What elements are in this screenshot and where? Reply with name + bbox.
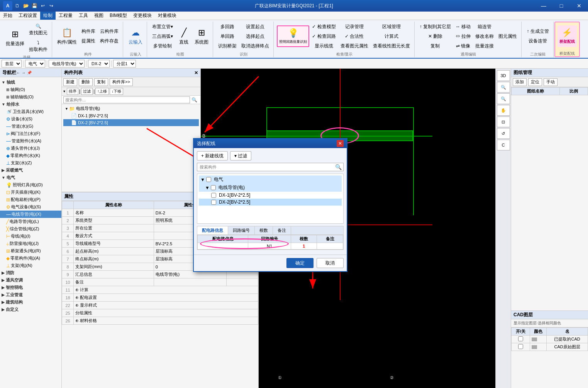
dialog-close-btn[interactable]: ✕ [337, 140, 344, 147]
btn-zone-mgmt[interactable]: 区域管理 [371, 22, 412, 31]
menu-tools[interactable]: 工具 [76, 12, 91, 20]
btn-set-start[interactable]: 设置起点 [239, 22, 271, 31]
btn-cloud-lib[interactable]: 云构件库 [98, 27, 120, 36]
right-tool-rotate[interactable]: ↺ [497, 128, 510, 139]
sidebar-item-equip-water[interactable]: ⚙设备(水)(S) [0, 115, 61, 123]
sidebar-item-valve[interactable]: ⊳阀门法兰(水)(F) [0, 130, 61, 137]
btn-select-start[interactable]: 选择起点 [239, 32, 271, 41]
sidebar-item-grounding[interactable]: ⏚防雷接地(电)(J) [0, 240, 61, 247]
btn-legality[interactable]: ✓ 合法性 [339, 32, 370, 41]
qa-undo[interactable]: ↩ [39, 2, 46, 9]
btn-multi-pipe[interactable]: 多管绘制 [150, 42, 175, 51]
btn-pick-attr[interactable]: 提属性 [80, 37, 97, 46]
qa-new[interactable]: 🗋 [14, 2, 21, 9]
dialog-data-num[interactable]: N1 [248, 243, 291, 250]
btn-sort[interactable]: 排序 [67, 88, 78, 95]
component-type-select[interactable]: 电线导管(电) [49, 60, 85, 67]
btn-component-lib[interactable]: 构件库 [80, 27, 97, 36]
sidebar-item-circuit-conduit[interactable]: ╱电路导管(电)(L) [0, 218, 61, 225]
btn-batch-select[interactable]: ⊞ 批量选择 [4, 27, 26, 49]
sidebar-item-misc-water[interactable]: ◆零星构件(水)(K) [0, 152, 61, 159]
btn-delete[interactable]: ✕ 删除 [418, 32, 453, 41]
sidebar-item-support-water[interactable]: ⊥支架(水)(Z) [0, 159, 61, 167]
dialog-data-note[interactable] [317, 243, 343, 250]
btn-mirror[interactable]: ⇌ 镜像 [454, 42, 473, 51]
sidebar-item-integrated[interactable]: ╳综合管线(电)(Z) [0, 225, 61, 233]
sidebar-section-electrical[interactable]: ▼电气 [0, 174, 61, 181]
btn-batch-connect[interactable]: 批量连接 [473, 42, 496, 51]
cad-layer-check-1[interactable] [518, 336, 523, 341]
sidebar-section-axis[interactable]: ▼轴线 [0, 79, 61, 86]
sidebar-item-sanitary[interactable]: 🚿卫生器具(水)(W) [0, 108, 61, 115]
btn-calc-formula[interactable]: 计算式 [371, 32, 412, 41]
btn-rename[interactable]: 修改名称 [473, 32, 496, 41]
sidebar-section-hvac2[interactable]: ▶通风空调 [0, 277, 61, 284]
menu-change[interactable]: 变更模块 [130, 12, 155, 20]
btn-copy[interactable]: 复制 [418, 42, 453, 51]
cad-layer-check-2[interactable] [518, 344, 523, 349]
right-tool-c[interactable]: C [497, 140, 510, 150]
btn-move-down[interactable]: ↓下移 [110, 88, 123, 95]
btn-pick-component[interactable]: ⤵ 拾取构件 [27, 38, 49, 54]
sidebar-item-misc-elec[interactable]: ◆零星构件(电)(A) [0, 255, 61, 262]
menu-compare[interactable]: 对量模块 [155, 12, 180, 20]
comp-category-wire-conduit[interactable]: ▼ 📁 电线导管(电) [63, 105, 199, 112]
prop-name-18[interactable]: ⊕ 配电设置 [74, 294, 258, 302]
prop-name-26[interactable]: ⊕ 材料价格 [74, 317, 258, 325]
prop-name-25[interactable]: 分组属性 [74, 309, 258, 317]
btn-cancel-end[interactable]: 取消选择终点 [239, 42, 271, 51]
menu-bim[interactable]: BIM模型 [107, 12, 130, 20]
btn-check-model[interactable]: ✓ 检查模型 [310, 22, 337, 31]
btn-manual-drawing[interactable]: 手动 [544, 78, 557, 86]
sidebar-pin[interactable]: 📌 [27, 71, 32, 75]
component-panel-close[interactable]: ✕ [194, 70, 198, 76]
btn-show-cable[interactable]: 显示线缆 [310, 42, 337, 51]
btn-add-drawing[interactable]: 添加 [513, 78, 527, 86]
right-tool-zoom-out[interactable]: 🔍 [497, 93, 510, 104]
btn-save-component[interactable]: 构件存盘 [98, 37, 120, 46]
btn-move[interactable]: ↔ 移动 [454, 22, 473, 31]
dialog-search-input[interactable] [197, 164, 334, 170]
btn-identify-tray[interactable]: 识别桥架 [216, 42, 239, 51]
level-select[interactable]: 分层1 [113, 60, 136, 67]
sidebar-section-industrial[interactable]: ▶工业管道 [0, 291, 61, 299]
qa-redo[interactable]: ↪ [48, 2, 55, 9]
btn-cloud-input[interactable]: ☁ 云输入 [127, 25, 144, 47]
sidebar-item-wire-conduit[interactable]: —电线导管(电)(X) [0, 211, 61, 218]
sidebar-item-connector[interactable]: ⊕通头管件(水)(J) [0, 145, 61, 152]
sidebar-nav-next[interactable]: → [22, 71, 25, 75]
right-tool-zoom-in[interactable]: 🔍 [497, 82, 510, 93]
dialog-check-dx2[interactable] [211, 200, 216, 205]
component-id-select[interactable]: DX-2 [88, 60, 110, 67]
btn-pipe-connect[interactable]: 箱连管 [473, 22, 496, 31]
maximize-btn[interactable]: □ [552, 0, 570, 12]
btn-multi-circuit[interactable]: 多回路 [216, 22, 239, 31]
component-search-input[interactable] [63, 96, 190, 103]
right-tool-pan[interactable]: ✋ [497, 105, 510, 116]
sidebar-nav-prev[interactable]: ← [16, 71, 20, 75]
btn-new-component[interactable]: 新建 [63, 78, 77, 86]
prop-name-22[interactable]: ⊕ 显示样式 [74, 302, 258, 309]
qa-save[interactable]: 💾 [31, 2, 38, 9]
dialog-tab-circuit[interactable]: 配电路信息 [197, 226, 228, 234]
sidebar-section-plumbing[interactable]: ▼给排水 [0, 101, 61, 108]
btn-component-lib2[interactable]: 构件库>> [110, 78, 133, 86]
btn-filter[interactable]: 过滤 [81, 88, 93, 95]
dialog-tree-dx2[interactable]: DX-2[BV-2*2.5] [199, 199, 342, 206]
dialog-tab-num[interactable]: 回路编号 [228, 226, 255, 234]
btn-stretch[interactable]: ⇔ 拉伸 [454, 32, 473, 41]
btn-check-circuit[interactable]: ✓ 检查回路 [310, 32, 337, 41]
btn-element-attr[interactable]: 图元属性 [496, 32, 519, 41]
dialog-titlebar[interactable]: 选择配线 ✕ [194, 139, 347, 148]
prop-value-10[interactable] [154, 278, 226, 286]
close-btn[interactable]: ✕ [570, 0, 588, 12]
dialog-ok-btn[interactable]: 确定 [286, 258, 313, 268]
dialog-check-dx1[interactable] [211, 193, 216, 198]
sidebar-item-pipe-fitting[interactable]: —管道附件(水)(A) [0, 137, 61, 145]
sidebar-section-hvac[interactable]: ▶采暖燃气 [0, 167, 61, 174]
btn-record-mgmt[interactable]: 记录管理 [339, 22, 370, 31]
btn-device-connect[interactable]: 设备连管 [525, 37, 551, 46]
sidebar-section-smart[interactable]: ▶智控弱电 [0, 284, 61, 291]
btn-delete-component[interactable]: 删除 [79, 78, 93, 86]
menu-quantities[interactable]: 工程量 [56, 12, 76, 20]
